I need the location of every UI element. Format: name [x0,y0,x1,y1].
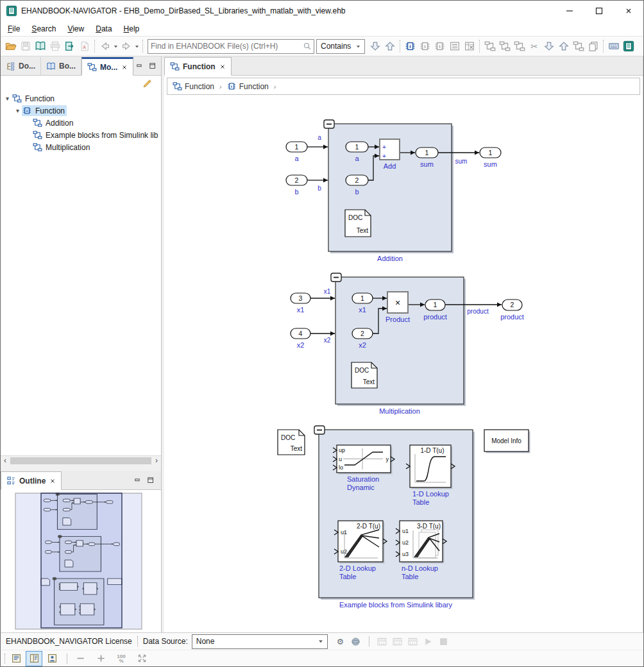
collapse-minus-icon[interactable] [331,273,341,282]
block-disable-button[interactable] [512,38,527,54]
close-button[interactable] [614,1,643,21]
virtual-keyboard-button[interactable] [606,38,621,54]
signal-wire[interactable]: a [307,134,328,149]
breadcrumb-item-function[interactable]: Function [227,81,269,91]
collapse-minus-icon[interactable] [324,120,334,128]
signal-wire[interactable]: x1 [310,288,335,301]
tab-mo[interactable]: Mo... [81,57,133,76]
close-book-button[interactable] [62,38,77,54]
maximize-panel-button[interactable] [144,474,157,487]
tree-item-body[interactable]: Multiplication [32,142,92,153]
cut-button[interactable] [527,38,541,54]
find-next-button[interactable] [368,38,382,54]
focus-block-button[interactable] [403,38,418,54]
minimize-panel-button[interactable] [133,60,146,72]
block-search-button[interactable] [571,38,586,54]
port-x1-3[interactable]: 3x1 [291,293,310,314]
nav-forward-dropdown-caret[interactable] [133,38,140,54]
scrollbar-thumb[interactable] [10,457,151,464]
signal-wire[interactable]: x2 [310,332,335,344]
contains-dropdown[interactable]: Contains [316,39,365,54]
port-x2-4[interactable]: 4x2 [291,328,310,349]
tab-outline[interactable]: Outline [1,471,62,490]
tree-item-example-blocks-from-simulink-lib[interactable]: Example blocks from Simulink lib [1,129,161,141]
copy-button[interactable] [586,38,600,54]
menu-file[interactable]: File [2,23,26,35]
paste-down-button[interactable] [541,38,556,54]
tree-hscrollbar[interactable]: ‹ › [1,455,161,466]
chevron-expanded-icon[interactable]: ▾ [13,107,22,114]
nav-back-dropdown-caret[interactable] [112,38,119,54]
tree-item-body[interactable]: Addition [32,117,75,128]
measure-button[interactable] [375,634,390,648]
tree-item-body[interactable]: Example blocks from Simulink lib [32,130,160,140]
tab-function[interactable]: Function [164,57,232,76]
model-canvas[interactable]: AdditionMultiplicationExample blocks fro… [164,97,643,632]
scroll-left-icon[interactable]: ‹ [1,457,10,465]
menu-help[interactable]: Help [118,23,146,35]
zoom-in-button[interactable] [93,652,108,666]
open-book-button[interactable] [33,38,47,54]
close-tab-icon[interactable] [121,64,128,71]
document-view-button[interactable] [8,651,24,666]
zoom-100-button[interactable]: 100% [114,652,129,666]
table-close-button[interactable] [462,38,477,54]
outline-thumbnail[interactable]: AdditionMultiplicationExample blocks fro… [1,490,161,632]
port-sum-1[interactable]: 1sum [480,148,501,168]
nav-forward-button[interactable] [119,38,133,54]
data-sphere-button[interactable] [348,634,364,648]
export-pdf-button[interactable] [77,38,92,54]
breadcrumb-item-function[interactable]: Function [173,81,214,91]
tree-item-addition[interactable]: Addition [1,117,161,129]
menu-search[interactable]: Search [26,23,62,35]
list-view-button[interactable] [447,38,462,54]
minimize-panel-button[interactable] [131,474,144,487]
chevron-expanded-icon[interactable]: ▾ [3,95,12,102]
minimize-button[interactable] [555,1,584,21]
tree-item-function[interactable]: ▾Function [1,92,161,105]
edit-pencil-icon[interactable] [142,79,152,89]
nav-back-button[interactable] [97,38,112,54]
menu-view[interactable]: View [62,23,90,35]
stop-button[interactable] [436,634,452,648]
block-code-button[interactable] [432,38,447,54]
tree-item-body[interactable]: Function [12,93,56,104]
block-doc[interactable]: DOCText [345,210,371,237]
find-previous-button[interactable] [382,38,397,54]
menu-data[interactable]: Data [90,23,117,35]
maximize-button[interactable] [584,1,614,21]
close-tab-icon[interactable] [49,478,56,484]
save-button[interactable] [18,38,33,54]
zoom-out-button[interactable] [72,652,88,666]
port-a-1[interactable]: 1a [286,142,307,162]
block-matlab-button[interactable] [418,38,432,54]
signal-wire[interactable]: b [307,178,328,192]
close-tab-icon[interactable] [219,63,226,70]
block-doc[interactable]: DOCText [278,430,305,455]
tree-item-body[interactable]: Function [22,105,67,116]
tree-item-multiplication[interactable]: Multiplication [1,141,161,153]
maximize-panel-button[interactable] [146,60,159,72]
paste-up-button[interactable] [556,38,571,54]
open-file-button[interactable] [3,38,18,54]
block-doc[interactable]: DOCText [352,362,377,388]
tab-do[interactable]: Do... [1,57,41,75]
person-view-button[interactable] [44,651,60,666]
table-sync-button[interactable] [405,634,421,648]
scroll-right-icon[interactable]: › [152,457,161,465]
tab-bo[interactable]: Bo... [41,57,81,75]
settings-gear-button[interactable] [333,634,348,648]
fit-view-button[interactable] [134,652,149,666]
block-add-button[interactable] [497,38,512,54]
play-button[interactable] [421,634,436,648]
new-window-button[interactable] [621,38,636,54]
measure-close-button[interactable] [390,634,405,648]
port-product-2[interactable]: 2product [500,300,524,321]
port-b-2[interactable]: 2b [286,175,307,196]
print-button[interactable] [47,38,62,54]
block-1-d-lookup-table[interactable]: 1-D T(u)1-D LookupTable [406,445,455,506]
collapse-minus-icon[interactable] [314,426,325,434]
block-model-info[interactable]: Model Info [484,430,530,453]
split-view-button[interactable] [26,651,42,666]
block-remove-button[interactable] [482,38,497,54]
